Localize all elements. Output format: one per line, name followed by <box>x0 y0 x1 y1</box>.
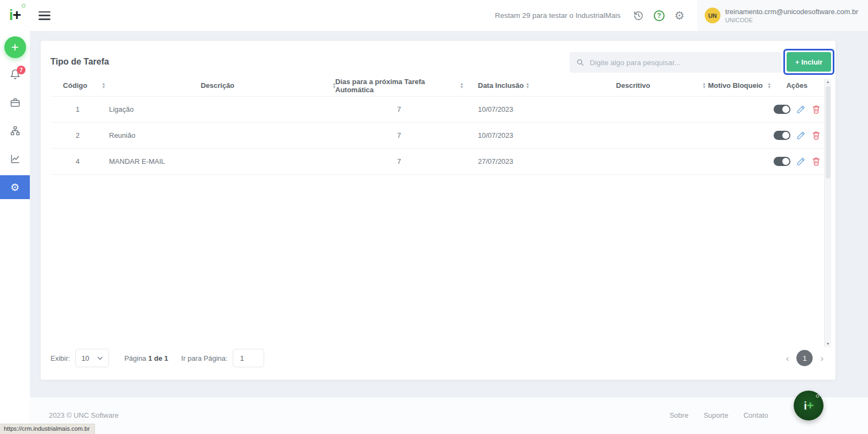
delete-button[interactable] <box>812 157 821 166</box>
copyright-text: 2023 © UNC Software <box>49 411 119 419</box>
sidebar-item-notifications[interactable]: 7 <box>0 62 30 86</box>
quick-add-button[interactable]: + <box>4 36 26 58</box>
current-page-button[interactable]: 1 <box>796 350 813 366</box>
registered-mark-icon <box>22 4 25 8</box>
table-row[interactable]: 4 MANDAR E-MAIL 7 27/07/2023 <box>50 149 824 175</box>
footer-link-suporte[interactable]: Suporte <box>704 411 729 419</box>
help-icon[interactable]: ? <box>654 10 665 21</box>
page-size-select[interactable]: 10 <box>75 349 109 367</box>
goto-page-input[interactable] <box>233 349 264 367</box>
sidebar-item-reports[interactable] <box>0 147 30 171</box>
pagination-bar: Exibir: 10 Página 1 de 1 Ir para Página:… <box>50 348 824 368</box>
sidebar: + 7 ⚙ <box>0 31 30 434</box>
app-logo[interactable]: i+ <box>0 0 30 31</box>
trash-icon <box>812 157 821 166</box>
cell-data-inclusao: 10/07/2023 <box>463 131 566 139</box>
gear-icon: ⚙ <box>10 182 20 193</box>
delete-button[interactable] <box>812 105 821 114</box>
page-info: Página 1 de 1 <box>124 354 168 362</box>
column-header-motivo-bloqueio[interactable]: Motivo Bloqueio ▴▾ <box>705 81 770 90</box>
fab-logo-plus: + <box>807 399 813 412</box>
user-email: treinamento.crm@unicodesoftware.com.br <box>725 8 858 16</box>
footer-links: Sobre Suporte Contato <box>669 411 768 419</box>
page-size-value: 10 <box>81 354 89 362</box>
column-header-codigo[interactable]: Código ▴▾ <box>50 81 105 90</box>
sidebar-item-structure[interactable] <box>0 119 30 143</box>
table-body: 1 Ligação 7 10/07/2023 2 Reu <box>50 97 824 175</box>
exibir-label: Exibir: <box>50 354 70 362</box>
menu-toggle-icon[interactable] <box>39 11 50 20</box>
pencil-icon <box>796 131 806 140</box>
user-avatar: UN <box>705 8 720 23</box>
table-row[interactable]: 2 Reunião 7 10/07/2023 <box>50 123 824 149</box>
scrollbar-thumb[interactable] <box>826 86 831 178</box>
search-box <box>570 52 781 73</box>
sidebar-item-business[interactable] <box>0 91 30 114</box>
trash-icon <box>812 131 821 140</box>
prev-page-button[interactable]: ‹ <box>786 354 789 363</box>
briefcase-icon <box>10 97 21 108</box>
sort-icon[interactable]: ▴▾ <box>527 82 529 89</box>
table-scrollbar[interactable]: ▴ ▾ <box>824 79 831 347</box>
column-header-dias[interactable]: Dias para a próxima Tarefa Automática ▴▾ <box>335 78 463 94</box>
cell-data-inclusao: 10/07/2023 <box>463 105 566 113</box>
include-button-focus-ring: + Incluir <box>783 49 834 75</box>
user-menu[interactable]: UN treinamento.crm@unicodesoftware.com.b… <box>697 0 868 31</box>
trash-icon <box>812 105 821 114</box>
cell-codigo: 1 <box>50 105 105 113</box>
cell-dias: 7 <box>335 157 463 165</box>
scroll-up-icon[interactable]: ▴ <box>827 79 829 85</box>
line-chart-icon <box>10 154 21 164</box>
cell-acoes <box>770 157 824 166</box>
pencil-icon <box>796 105 806 114</box>
brand-chat-fab[interactable]: i+ <box>794 391 824 420</box>
cell-acoes <box>770 131 824 140</box>
goto-page-label: Ir para Página: <box>181 354 227 362</box>
include-button[interactable]: + Incluir <box>787 52 831 72</box>
cell-descricao: Ligação <box>105 105 335 113</box>
link-preview-statusbar: https://crm.industrialmais.com.br <box>0 424 95 434</box>
footer-link-contato[interactable]: Contato <box>743 411 768 419</box>
active-toggle[interactable] <box>774 157 790 166</box>
table-header: Código ▴▾ Descrição ▴▾ Dias para a próxi… <box>50 75 824 97</box>
footer: 2023 © UNC Software Sobre Suporte Contat… <box>30 397 868 434</box>
registered-mark-icon <box>816 394 819 398</box>
pencil-icon <box>796 157 806 166</box>
cell-dias: 7 <box>335 105 463 113</box>
column-header-descricao[interactable]: Descrição ▴▾ <box>105 81 335 90</box>
edit-button[interactable] <box>796 157 806 166</box>
cell-acoes <box>770 105 824 114</box>
scroll-down-icon[interactable]: ▾ <box>827 341 829 347</box>
task-type-card: Tipo de Tarefa + Incluir Código ▴▾ Descr… <box>41 41 835 380</box>
edit-button[interactable] <box>796 131 806 140</box>
sidebar-item-settings[interactable]: ⚙ <box>0 175 30 199</box>
cell-data-inclusao: 27/07/2023 <box>463 157 566 165</box>
sitemap-icon <box>10 125 21 136</box>
edit-button[interactable] <box>796 105 806 114</box>
column-header-data-inclusao[interactable]: Data Inclusão ▴▾ <box>463 81 566 90</box>
logo-plus: + <box>12 7 21 23</box>
footer-link-sobre[interactable]: Sobre <box>669 411 688 419</box>
brand-logo: i+ <box>9 7 21 24</box>
column-header-acoes: Ações <box>770 81 824 90</box>
cell-codigo: 4 <box>50 157 105 165</box>
cell-dias: 7 <box>335 131 463 139</box>
chevron-down-icon <box>97 355 103 361</box>
delete-button[interactable] <box>812 131 821 140</box>
active-toggle[interactable] <box>774 105 790 114</box>
history-icon[interactable] <box>633 10 644 21</box>
cell-descricao: MANDAR E-MAIL <box>105 157 335 165</box>
settings-gear-icon[interactable]: ⚙ <box>674 10 685 21</box>
user-org: UNICODE <box>725 17 858 23</box>
notification-badge: 7 <box>17 66 25 74</box>
table-row[interactable]: 1 Ligação 7 10/07/2023 <box>50 97 824 123</box>
search-icon <box>576 58 584 67</box>
search-input[interactable] <box>590 59 775 67</box>
cell-descricao: Reunião <box>105 131 335 139</box>
trial-counter-text: Restam 29 para testar o IndustrialMais <box>495 11 621 20</box>
cell-codigo: 2 <box>50 131 105 139</box>
page-title: Tipo de Tarefa <box>50 57 109 67</box>
column-header-descritivo[interactable]: Descritivo ▴▾ <box>566 81 705 90</box>
next-page-button[interactable]: › <box>820 354 824 363</box>
active-toggle[interactable] <box>774 131 790 140</box>
